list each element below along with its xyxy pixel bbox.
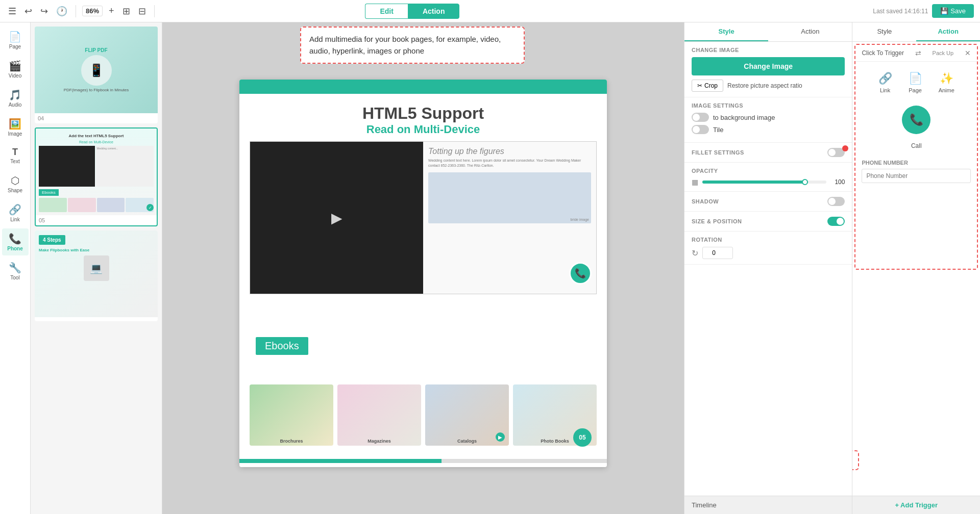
- link-icon: 🔗: [9, 203, 21, 216]
- thumb-catalogs[interactable]: ▶ Catalogs: [425, 384, 509, 446]
- menu-button[interactable]: ☰: [6, 4, 18, 19]
- rotation-icon: ↻: [692, 248, 698, 258]
- edit-action-tabs: Edit Action: [365, 4, 459, 19]
- page-04-num: 04: [35, 113, 158, 123]
- sidebar-item-shape[interactable]: ⬡ Shape: [2, 170, 29, 197]
- call-phone-icon: 📞: [910, 113, 923, 126]
- trigger-close-button[interactable]: ✕: [965, 49, 971, 57]
- call-button-large[interactable]: 📞: [902, 106, 930, 134]
- page-05-num: 05: [36, 215, 157, 225]
- page-subtitle: Read on Multi-Device: [270, 123, 576, 136]
- rotation-input[interactable]: [702, 247, 733, 259]
- thumb-magazines[interactable]: Magazines: [337, 384, 421, 446]
- sidebar-item-link[interactable]: 🔗 Link: [2, 199, 29, 226]
- zoom-fit-button[interactable]: ⊞: [120, 4, 132, 19]
- bottom-tooltip: Customize the Style and Action for the t…: [852, 450, 859, 470]
- trigger-header: Click To Trigger ⇄ Pack Up ✕: [855, 45, 977, 62]
- opacity-section: OPACITY ▦ 100: [684, 163, 852, 192]
- trigger-dashed-container: Click To Trigger ⇄ Pack Up ✕ 🔗 Link 📄 Pa…: [854, 44, 978, 270]
- page-header-bar: [239, 80, 607, 94]
- sidebar-item-video[interactable]: 🎬 Video: [2, 56, 29, 83]
- page-icon: 📄: [9, 31, 21, 43]
- zoom-in-button[interactable]: +: [107, 4, 116, 18]
- play-button-icon[interactable]: ▶: [331, 210, 342, 226]
- undo-button[interactable]: ↩: [22, 4, 34, 19]
- phone-icon: 📞: [9, 233, 21, 245]
- trigger-bottom-area: Customize the Style and Action for the t…: [852, 272, 980, 496]
- pages-panel: FLIP PDF 📱 PDF(Images) to Flipbook in Mi…: [31, 22, 162, 514]
- page-05-preview: Add the text HTML5 Support Read on Multi…: [36, 128, 157, 215]
- shape-icon: ⬡: [11, 174, 19, 187]
- page-06-content: 4 Steps Make Flipbooks with Ease 💻: [35, 230, 158, 317]
- page-main-title: HTML5 Support: [270, 104, 576, 123]
- action-trigger-panel: Style Action Click To Trigger ⇄ Pack Up …: [852, 22, 980, 514]
- right-panel: Style Action CHANGE IMAGE Change Image ✂…: [684, 22, 980, 514]
- restore-button[interactable]: Restore picture aspect ratio: [727, 82, 802, 89]
- bg-image-row: to background image: [692, 113, 845, 122]
- history-button[interactable]: 🕐: [54, 4, 69, 19]
- bg-image-toggle[interactable]: [692, 113, 709, 122]
- phone-number-input[interactable]: [862, 169, 971, 183]
- page-spread: ▶ Totting up the figures Wedding content…: [250, 141, 597, 294]
- trigger-tab-style[interactable]: Style: [852, 22, 916, 41]
- page-04-content: FLIP PDF 📱 PDF(Images) to Flipbook in Mi…: [35, 27, 158, 113]
- page-number-badge: 05: [573, 428, 592, 447]
- phone-element-selected[interactable]: 📞: [569, 262, 592, 285]
- page-thumb-04[interactable]: FLIP PDF 📱 PDF(Images) to Flipbook in Mi…: [35, 27, 158, 123]
- change-image-button[interactable]: Change Image: [692, 57, 845, 75]
- style-panel: Style Action CHANGE IMAGE Change Image ✂…: [684, 22, 852, 514]
- trigger-link-item[interactable]: 🔗 Link: [874, 68, 896, 97]
- trigger-panel-tabs: Style Action: [852, 22, 980, 42]
- tab-action-button[interactable]: Action: [408, 4, 460, 19]
- save-button[interactable]: 💾 Save: [932, 4, 974, 18]
- canvas-page[interactable]: HTML5 Support Read on Multi-Device ▶ Tot…: [239, 80, 607, 467]
- call-label: Call: [911, 142, 922, 149]
- rotation-row: ↻: [692, 247, 845, 259]
- trigger-anime-icon: ✨: [940, 72, 953, 85]
- phone-number-section: PHONE NUMBER: [855, 156, 977, 187]
- page-left-video: ▶: [250, 142, 423, 294]
- trigger-page-item[interactable]: 📄 Page: [904, 68, 926, 97]
- sidebar-item-tool[interactable]: 🔧 Tool: [2, 258, 29, 285]
- shadow-row[interactable]: SHADOW: [684, 192, 852, 212]
- toolbar-separator-2: [154, 5, 155, 17]
- size-position-toggle[interactable]: [827, 217, 845, 226]
- shadow-toggle[interactable]: [827, 197, 845, 206]
- size-position-row[interactable]: SIZE & POSITION: [684, 212, 852, 232]
- top-tooltip: Add multimedia for your book pages, for …: [300, 27, 525, 64]
- timeline-bar[interactable]: Timeline: [684, 496, 852, 514]
- tab-action-style[interactable]: Action: [768, 22, 852, 41]
- redo-button[interactable]: ↪: [38, 4, 50, 19]
- zoom-out-button[interactable]: ⊟: [136, 4, 148, 19]
- change-image-section: CHANGE IMAGE Change Image ✂ Crop Restore…: [684, 42, 852, 97]
- add-trigger-bar[interactable]: + Add Trigger: [852, 496, 980, 514]
- tab-style[interactable]: Style: [684, 22, 768, 41]
- save-icon: 💾: [940, 7, 948, 15]
- page-thumb-06[interactable]: 4 Steps Make Flipbooks with Ease 💻: [35, 230, 158, 321]
- thumb-brochures[interactable]: Brochures: [250, 384, 333, 446]
- sidebar-item-image[interactable]: 🖼️ Image: [2, 114, 29, 141]
- trigger-tab-action[interactable]: Action: [916, 22, 980, 41]
- style-panel-tabs: Style Action: [684, 22, 852, 42]
- trigger-page-icon: 📄: [909, 72, 922, 85]
- opacity-slider[interactable]: [702, 181, 826, 184]
- trigger-anime-item[interactable]: ✨ Anime: [935, 68, 959, 97]
- tab-edit-button[interactable]: Edit: [365, 4, 407, 19]
- sidebar-item-text[interactable]: T Text: [2, 143, 29, 168]
- fillet-settings-row[interactable]: FILLET SETTINGS: [684, 143, 852, 163]
- text-icon: T: [12, 147, 18, 158]
- crop-button[interactable]: ✂ Crop: [692, 80, 723, 92]
- page-thumb-05[interactable]: Add the text HTML5 Support Read on Multi…: [35, 127, 158, 226]
- page-04-preview: FLIP PDF 📱 PDF(Images) to Flipbook in Mi…: [35, 27, 158, 113]
- sidebar-item-phone[interactable]: 📞 Phone: [2, 228, 29, 255]
- tool-icon: 🔧: [9, 262, 21, 274]
- click-trigger-label: Click To Trigger: [862, 49, 903, 57]
- sidebar-item-page[interactable]: 📄 Page: [2, 27, 29, 54]
- tile-toggle[interactable]: [692, 125, 709, 134]
- sidebar-item-audio[interactable]: 🎵 Audio: [2, 85, 29, 112]
- pack-up-link[interactable]: Pack Up: [933, 50, 954, 56]
- image-settings-section: IMAGE SETTINGS to background image Tile: [684, 97, 852, 143]
- opacity-title: OPACITY: [692, 168, 845, 174]
- phone-number-title: PHONE NUMBER: [862, 160, 971, 166]
- trigger-link-icon: 🔗: [878, 72, 892, 85]
